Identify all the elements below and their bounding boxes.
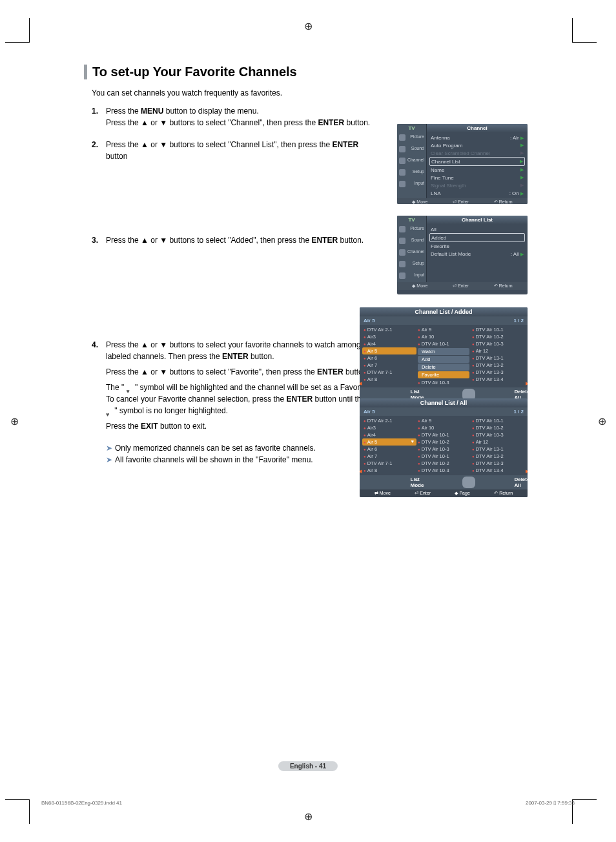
menu-label: Added xyxy=(431,235,446,241)
footer-label: Return xyxy=(499,491,513,495)
channel-name: DTV Air 10-2 xyxy=(422,460,449,466)
menu-label: Fine Tune xyxy=(431,175,454,181)
channel-name: Air 12 xyxy=(476,439,489,445)
clist-title: Channel List / All xyxy=(360,398,528,407)
osd-tv-label: TV xyxy=(397,216,427,224)
channel-name: Air 8 xyxy=(367,467,377,473)
osd-footer: ◆ Move ⏎ Enter ↶ Return xyxy=(397,282,528,290)
text: Press the xyxy=(106,422,141,431)
text: " symbol is no longer highlighted. xyxy=(112,406,228,415)
text: button to display the menu. xyxy=(163,107,258,116)
osd-tv-label: TV xyxy=(397,124,427,132)
channel-name: DTV Air 2-1 xyxy=(367,418,393,424)
registration-mark-icon: ⊕ xyxy=(302,810,314,823)
text: button. xyxy=(338,236,364,245)
sidebar-item-label: Channel xyxy=(407,249,424,254)
scroll-right-icon: ▶ xyxy=(526,381,528,386)
menu-label: Auto Program xyxy=(431,143,462,149)
sidebar-item-label: Sound xyxy=(411,238,424,242)
footer-label: Enter xyxy=(458,283,469,288)
menu-value: : Air xyxy=(510,135,519,141)
context-menu-item: Favorite xyxy=(422,372,439,378)
section-title: To set-up Your Favorite Channels xyxy=(92,65,536,79)
step-number: 4. xyxy=(92,339,106,436)
menu-label: Default List Mode xyxy=(431,251,471,257)
channel-name: Air 6 xyxy=(367,446,377,452)
menu-label: LNA xyxy=(431,190,441,196)
clist-grid: ◀ ▶ ●DTV Air 2-1 ●Air3 ●Air4 ●Air 5 ●Air… xyxy=(360,325,528,387)
step-3: 3. Press the ▲ or ▼ buttons to select "A… xyxy=(92,234,376,250)
text: Press the ▲ or ▼ buttons to select "Adde… xyxy=(106,236,311,245)
osd-channel-menu: TV Channel Picture Sound Channel Setup I… xyxy=(397,124,528,204)
print-footer-file: BN68-01156B-02Eng-0329.indd 41 xyxy=(41,800,122,806)
menu-label: Clear Scrambled Channel xyxy=(431,150,490,156)
text: button. xyxy=(344,118,370,127)
channel-name: Air 6 xyxy=(367,355,377,361)
text: The " xyxy=(106,383,127,392)
channel-name: Air4 xyxy=(367,341,376,347)
clist-grid: ◀ ▶ ●DTV Air 2-1 ●Air3 ●Air4 ●Air 5 ●Air… xyxy=(360,416,528,475)
channel-name: Air 5 xyxy=(367,439,377,445)
chevron-right-icon: ▶ xyxy=(520,183,524,188)
osd-sidebar: Picture Sound Channel Setup Input xyxy=(397,224,427,282)
channel-name: DTV Air 10-2 xyxy=(476,334,504,340)
text-bold: ENTER xyxy=(332,140,358,149)
channel-name: DTV Air 10-1 xyxy=(476,418,504,424)
channel-name: DTV Air 10-3 xyxy=(422,380,449,385)
step-number: 3. xyxy=(92,234,106,250)
channel-name: DTV Air 10-3 xyxy=(476,341,504,347)
section-title-block: To set-up Your Favorite Channels xyxy=(84,65,536,79)
channel-name: DTV Air 10-3 xyxy=(476,432,504,438)
clist-bar-label: List Mode xyxy=(411,477,424,488)
osd-title: Channel List xyxy=(427,216,528,224)
clist-current-channel: Air 5 xyxy=(364,409,375,415)
channel-name: Air 12 xyxy=(476,348,489,354)
text: button xyxy=(106,152,127,161)
scroll-left-icon: ◀ xyxy=(360,381,362,386)
channel-name: DTV Air 13-3 xyxy=(476,460,504,466)
osd-menu-list: Antenna: Air ▶ Auto Program▶ Clear Scram… xyxy=(427,132,528,198)
text: Press the ▲ or ▼ buttons to select "Chan… xyxy=(106,118,318,127)
context-menu-item: Add xyxy=(422,356,430,362)
chevron-right-icon: ▶ xyxy=(520,143,524,148)
menu-label: Antenna xyxy=(431,135,450,141)
channel-name: DTV Air 10-2 xyxy=(422,439,449,445)
text: button. xyxy=(249,352,274,361)
clist-current-channel: Air 5 xyxy=(364,318,375,323)
clist-title: Channel List / Added xyxy=(360,307,528,316)
channel-name: Air 7 xyxy=(367,453,377,459)
step-number: 2. xyxy=(92,139,106,166)
channel-name: DTV Air 10-1 xyxy=(422,453,449,459)
clist-page-indicator: 1 / 2 xyxy=(513,318,524,323)
menu-label: Channel List xyxy=(431,159,460,165)
channel-name: Air 5 xyxy=(367,348,377,354)
step-1: 1. Press the MENU button to display the … xyxy=(92,105,376,132)
chevron-right-icon: ▶ xyxy=(520,191,524,196)
text-bold: ENTER xyxy=(318,118,344,127)
channel-name: DTV Air 13-1 xyxy=(476,355,504,361)
channel-name: Air 7 xyxy=(367,362,377,368)
intro-text: You can set channels you watch frequentl… xyxy=(92,88,536,98)
chevron-right-icon: ▶ xyxy=(520,150,524,156)
channel-name: DTV Air 7-1 xyxy=(367,369,393,375)
channel-name: Air3 xyxy=(367,334,376,340)
channel-name: DTV Air 13-4 xyxy=(476,467,504,473)
sidebar-item-label: Input xyxy=(414,272,424,277)
note-1: ➤ Only memorized channels can be set as … xyxy=(106,442,364,454)
sidebar-item-label: Setup xyxy=(413,169,424,174)
menu-label: All xyxy=(431,227,436,232)
sidebar-item-label: Input xyxy=(414,181,424,185)
print-footer-timestamp: 2007-03-29 ▯ 7:59:33 xyxy=(526,800,575,806)
channel-name: DTV Air 2-1 xyxy=(367,327,393,333)
footer-label: Return xyxy=(499,283,513,288)
footer-label: Page xyxy=(459,491,469,495)
channel-name: Air 10 xyxy=(422,334,435,340)
channel-name: DTV Air 7-1 xyxy=(367,460,393,466)
clist-bar-label: Delete All xyxy=(514,477,528,488)
osd-sidebar: Picture Sound Channel Setup Input xyxy=(397,132,427,198)
print-footer: BN68-01156B-02Eng-0329.indd 41 2007-03-2… xyxy=(41,800,575,806)
channel-name: DTV Air 10-3 xyxy=(422,467,449,473)
menu-label: Signal Strength xyxy=(431,183,466,189)
text-bold: MENU xyxy=(141,107,163,116)
menu-label: Favorite xyxy=(431,243,449,249)
